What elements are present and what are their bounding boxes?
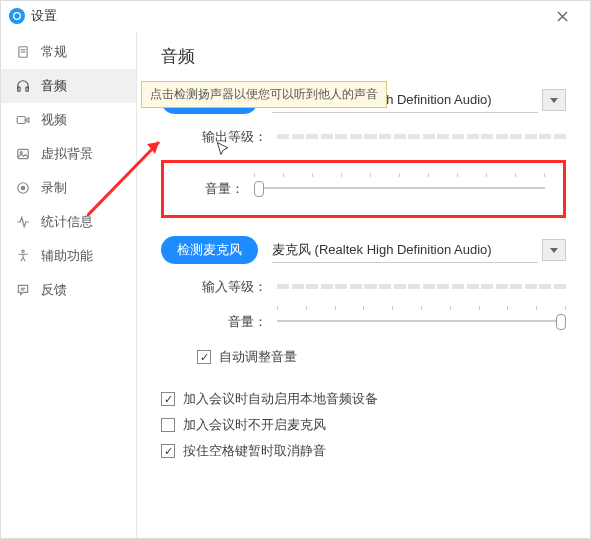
mute-on-join-checkbox[interactable] [161, 418, 175, 432]
svg-point-13 [22, 250, 24, 252]
sidebar-item-stats[interactable]: 统计信息 [1, 205, 136, 239]
window-title: 设置 [31, 7, 542, 25]
sidebar-item-video[interactable]: 视频 [1, 103, 136, 137]
svg-rect-7 [17, 117, 25, 124]
speaker-volume-slider[interactable] [254, 177, 545, 201]
video-icon [15, 112, 31, 128]
headphones-icon [15, 78, 31, 94]
svg-rect-6 [26, 87, 28, 91]
sidebar-item-label: 虚拟背景 [41, 145, 93, 163]
svg-rect-9 [18, 149, 29, 158]
output-level-meter [277, 131, 566, 143]
accessibility-icon [15, 248, 31, 264]
sidebar-item-accessibility[interactable]: 辅助功能 [1, 239, 136, 273]
option-label: 加入会议时自动启用本地音频设备 [183, 390, 378, 408]
sidebar-item-label: 常规 [41, 43, 67, 61]
app-icon [9, 8, 25, 24]
sidebar-item-label: 统计信息 [41, 213, 93, 231]
input-level-label: 输入等级： [197, 278, 267, 296]
sidebar-item-label: 视频 [41, 111, 67, 129]
mic-device-select[interactable]: 麦克风 (Realtek High Definition Audio) [272, 238, 538, 263]
tooltip: 点击检测扬声器以便您可以听到他人的声音 [141, 81, 387, 108]
auto-join-audio-checkbox[interactable] [161, 392, 175, 406]
mic-volume-slider[interactable] [277, 310, 566, 334]
highlight-box: 音量： [161, 160, 566, 218]
svg-marker-18 [550, 98, 558, 103]
record-icon [15, 180, 31, 196]
sidebar-item-virtual-bg[interactable]: 虚拟背景 [1, 137, 136, 171]
input-level-meter [277, 281, 566, 293]
auto-adjust-label: 自动调整音量 [219, 348, 297, 366]
sidebar-item-recording[interactable]: 录制 [1, 171, 136, 205]
svg-rect-5 [18, 87, 20, 91]
option-label: 按住空格键暂时取消静音 [183, 442, 326, 460]
activity-icon [15, 214, 31, 230]
sidebar-item-label: 辅助功能 [41, 247, 93, 265]
slider-thumb[interactable] [254, 181, 264, 197]
page-title: 音频 [161, 45, 566, 68]
sidebar-item-audio[interactable]: 音频 [1, 69, 136, 103]
svg-marker-19 [550, 248, 558, 253]
space-unmute-checkbox[interactable] [161, 444, 175, 458]
svg-marker-17 [147, 142, 159, 154]
test-mic-button[interactable]: 检测麦克风 [161, 236, 258, 264]
sidebar-item-label: 录制 [41, 179, 67, 197]
sidebar: 常规 音频 视频 虚拟背景 录制 统计信息 [1, 31, 137, 538]
auto-adjust-checkbox[interactable] [197, 350, 211, 364]
speaker-device-dropdown[interactable] [542, 89, 566, 111]
svg-point-12 [21, 186, 25, 190]
slider-thumb[interactable] [556, 314, 566, 330]
sidebar-item-label: 音频 [41, 77, 67, 95]
speaker-volume-label: 音量： [174, 180, 244, 198]
close-button[interactable] [542, 4, 582, 28]
document-icon [15, 44, 31, 60]
image-icon [15, 146, 31, 162]
output-level-label: 输出等级： [197, 128, 267, 146]
sidebar-item-feedback[interactable]: 反馈 [1, 273, 136, 307]
mic-device-dropdown[interactable] [542, 239, 566, 261]
feedback-icon [15, 282, 31, 298]
sidebar-item-general[interactable]: 常规 [1, 35, 136, 69]
option-label: 加入会议时不开启麦克风 [183, 416, 326, 434]
mic-volume-label: 音量： [197, 313, 267, 331]
sidebar-item-label: 反馈 [41, 281, 67, 299]
